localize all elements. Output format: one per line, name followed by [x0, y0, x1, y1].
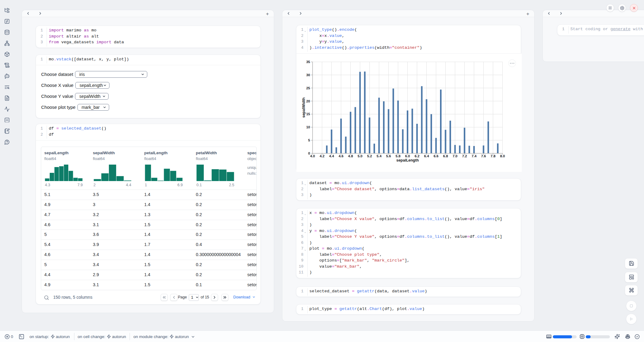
svg-text:7.0: 7.0 [453, 154, 457, 158]
svg-text:6.6: 6.6 [434, 154, 438, 158]
svg-text:4.6: 4.6 [338, 154, 343, 158]
svg-text:5.8: 5.8 [395, 154, 401, 158]
svg-text:6.2: 6.2 [415, 154, 420, 158]
svg-text:5: 5 [308, 138, 310, 142]
svg-text:sepalLength: sepalLength [396, 158, 419, 162]
svg-text:20: 20 [306, 99, 310, 103]
svg-text:6.4: 6.4 [424, 154, 429, 158]
svg-text:4.8: 4.8 [348, 154, 353, 158]
svg-text:15: 15 [306, 112, 310, 116]
svg-text:5.6: 5.6 [386, 154, 391, 158]
svg-text:7.4: 7.4 [472, 154, 477, 158]
svg-text:7.8: 7.8 [491, 154, 496, 158]
svg-text:5.4: 5.4 [377, 154, 382, 158]
svg-text:35: 35 [306, 60, 310, 64]
svg-text:4.4: 4.4 [329, 154, 334, 158]
svg-text:5.2: 5.2 [367, 154, 372, 158]
svg-text:5.0: 5.0 [358, 154, 363, 158]
svg-text:10: 10 [306, 125, 310, 129]
svg-text:6.0: 6.0 [405, 154, 410, 158]
svg-text:30: 30 [306, 73, 310, 77]
svg-text:8.0: 8.0 [500, 154, 505, 158]
svg-text:4.0: 4.0 [310, 154, 315, 158]
svg-text:7.6: 7.6 [481, 154, 486, 158]
svg-text:7.2: 7.2 [462, 154, 467, 158]
svg-text:4.2: 4.2 [320, 154, 324, 158]
svg-text:25: 25 [306, 86, 310, 90]
svg-text:sepalWidth: sepalWidth [302, 98, 306, 118]
svg-text:6.8: 6.8 [443, 154, 448, 158]
